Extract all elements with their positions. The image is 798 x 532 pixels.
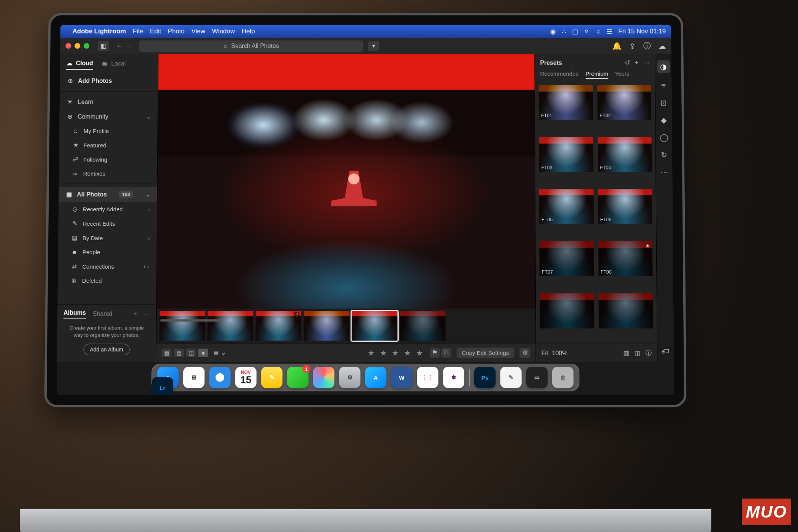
sidebar-connections[interactable]: ⇄ Connections + ‹ (58, 259, 157, 274)
preset-thumb[interactable]: FT03 (539, 137, 593, 171)
plus-icon[interactable]: + ‹ (143, 263, 150, 269)
tab-cloud[interactable]: ☁ Cloud (66, 60, 93, 70)
menu-edit[interactable]: Edit (150, 28, 161, 35)
rating-stars[interactable]: ★ ★ ★ ★ ★ (368, 348, 424, 357)
copy-edit-settings-button[interactable]: Copy Edit Settings (456, 348, 514, 358)
tab-local[interactable]: 🖿 Local (101, 60, 126, 69)
more-tools-icon[interactable]: ⋯ (660, 168, 668, 177)
preset-thumb[interactable]: FT06 (598, 189, 652, 224)
menu-help[interactable]: Help (242, 28, 255, 35)
dock-asana[interactable]: ⋮⋮ (417, 367, 438, 388)
dock-textedit[interactable]: ✎ (500, 367, 521, 388)
add-preset-icon[interactable]: + (635, 59, 638, 67)
status-control-center-icon[interactable]: ☰ (606, 27, 612, 35)
status-cc-icon[interactable]: ∴ (562, 27, 566, 35)
preset-thumb[interactable] (598, 293, 653, 328)
tab-shared[interactable]: Shared (93, 310, 112, 317)
sidebar-people[interactable]: ☻ People (58, 245, 157, 259)
notifications-icon[interactable]: 🔔 (612, 41, 622, 51)
dock-photos[interactable] (313, 367, 334, 388)
dock-safari[interactable]: ✦ (209, 367, 231, 388)
main-photo-view[interactable] (157, 54, 535, 309)
dock-photoshop[interactable]: Ps (474, 367, 496, 388)
histogram-icon[interactable]: ▥ (624, 350, 629, 357)
tab-albums[interactable]: Albums (63, 309, 86, 318)
nav-back-button[interactable]: ← (116, 41, 124, 50)
filmstrip-thumb[interactable] (304, 311, 350, 340)
view-square-grid-icon[interactable]: ▤ (174, 348, 184, 357)
minimize-window-button[interactable] (74, 43, 80, 49)
filter-button[interactable]: ▾ (368, 41, 379, 51)
view-detail-icon[interactable]: ■ (198, 348, 208, 357)
sidebar-featured[interactable]: ★ Featured (59, 138, 158, 152)
filmstrip[interactable]: 2 (156, 309, 535, 343)
toggle-sidebar-button[interactable]: ◧ (98, 41, 109, 51)
presets-tab-yours[interactable]: Yours (615, 70, 629, 79)
more-icon[interactable]: ⋯ (643, 59, 649, 67)
menubar-clock[interactable]: Fri 15 Nov 01:19 (618, 28, 666, 35)
info-panel-icon[interactable]: ⓘ (646, 349, 652, 357)
sidebar-recent-edits[interactable]: ✎ Recent Edits (58, 216, 157, 231)
flag-reject-icon[interactable]: ⚐ (441, 348, 451, 357)
preset-thumb[interactable] (540, 293, 594, 328)
presets-tab-recommended[interactable]: Recommended (540, 70, 578, 79)
crop-tool-icon[interactable]: ⊡ (660, 98, 667, 108)
filmstrip-scrollbar[interactable] (160, 319, 222, 321)
edit-tool-icon[interactable]: ◑ (657, 60, 670, 73)
cloud-sync-icon[interactable]: ☁ (658, 41, 666, 51)
filmstrip-thumb[interactable]: 2 (255, 311, 301, 340)
zoom-window-button[interactable] (84, 43, 89, 49)
undo-icon[interactable]: ↺ (625, 59, 630, 67)
preset-thumb[interactable]: FT04 (597, 137, 652, 171)
menu-view[interactable]: View (192, 28, 205, 35)
sidebar-remixes[interactable]: ∞ Remixes (59, 166, 157, 180)
add-album-plus-icon[interactable]: + (133, 310, 137, 318)
close-window-button[interactable] (65, 43, 71, 49)
preset-thumb[interactable]: FT01 (539, 85, 593, 120)
dock-slack[interactable]: ✱ (443, 367, 464, 388)
sidebar-recently-added[interactable]: ◷ Recently Added ‹ (59, 202, 157, 216)
keywords-tool-icon[interactable]: 🏷 (662, 347, 669, 356)
sidebar-all-photos[interactable]: ▦ All Photos 102 ⌄ (59, 187, 157, 202)
info-icon[interactable]: ⓘ (643, 41, 651, 51)
status-record-icon[interactable]: ◉ (550, 27, 556, 35)
share-icon[interactable]: ⇪ (629, 41, 636, 51)
status-wifi-icon[interactable]: ᯤ (584, 28, 591, 35)
dock-trash[interactable]: 🗑 (552, 367, 574, 388)
preset-thumb[interactable]: FT07 (539, 241, 594, 276)
dock-word[interactable]: W (391, 367, 412, 388)
window-traffic-lights[interactable] (65, 43, 89, 49)
search-input[interactable]: ⌕ Search All Photos (139, 40, 363, 52)
menu-photo[interactable]: Photo (168, 28, 185, 35)
dock-calendar[interactable]: NOV 15 (235, 367, 257, 388)
dock-lightroom[interactable]: Lr (152, 377, 173, 395)
menubar-app-name[interactable]: Adobe Lightroom (73, 28, 126, 35)
filmstrip-thumb[interactable] (207, 311, 253, 340)
presets-tab-premium[interactable]: Premium (586, 70, 608, 79)
sidebar-my-profile[interactable]: ☺ My Profile (59, 124, 158, 138)
settings-gear-icon[interactable]: ⚙ (519, 348, 530, 358)
status-spotlight-icon[interactable]: ⌕ (597, 28, 600, 35)
add-album-button[interactable]: Add an Album (83, 344, 130, 355)
albums-more-icon[interactable]: ⋯ (144, 310, 150, 318)
versions-icon[interactable]: ↻ (661, 150, 667, 160)
dock-notes[interactable]: ✎ (261, 367, 283, 388)
dock-appstore[interactable]: A (365, 367, 386, 388)
dock-messages[interactable] (287, 367, 308, 388)
menu-file[interactable]: File (133, 28, 143, 35)
menu-window[interactable]: Window (212, 28, 235, 35)
dock-minimized-window[interactable]: ▭ (526, 367, 548, 388)
zoom-value[interactable]: 100% (552, 350, 568, 356)
flag-pick-icon[interactable]: ⚑ (430, 348, 440, 357)
view-compare-icon[interactable]: ◫ (186, 348, 196, 357)
sidebar-deleted[interactable]: 🗑 Deleted (58, 274, 157, 288)
add-photos-button[interactable]: ⊕ Add Photos (60, 73, 158, 88)
sort-button[interactable]: ≣ ⌄ (214, 349, 226, 357)
nav-forward-button[interactable]: → (125, 41, 133, 50)
preset-thumb[interactable]: FT05 (539, 189, 594, 224)
sidebar-by-date[interactable]: ▤ By Date ‹ (58, 231, 157, 245)
sidebar-following[interactable]: ☍ Following (59, 152, 157, 167)
fit-label[interactable]: Fit (542, 350, 548, 356)
filmstrip-thumb[interactable] (400, 311, 445, 340)
healing-tool-icon[interactable]: ◆ (661, 116, 667, 125)
